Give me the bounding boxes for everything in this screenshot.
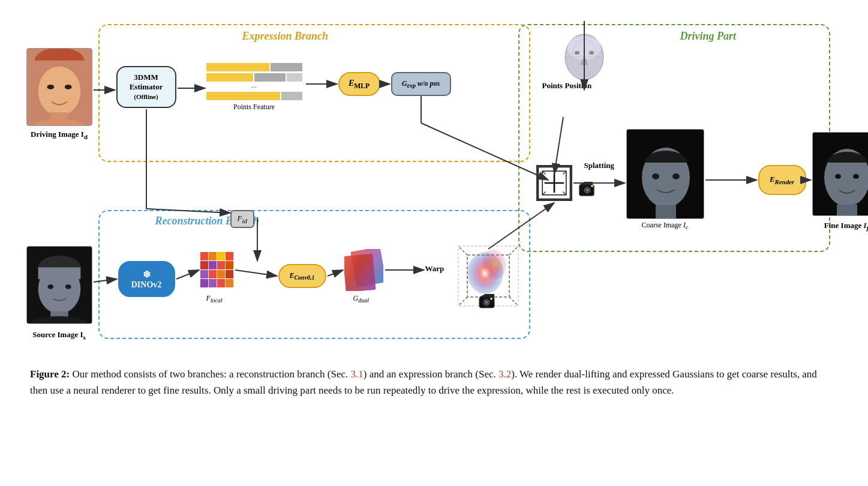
source-image-text: Source Image I — [32, 330, 83, 339]
svg-rect-23 — [200, 252, 208, 260]
coarse-image — [626, 129, 704, 219]
points-position-label: Points Position — [542, 81, 592, 91]
ref-3-1[interactable]: 3.1 — [351, 368, 364, 380]
svg-point-5 — [64, 85, 71, 89]
svg-rect-40 — [344, 254, 376, 291]
figure-caption: Figure 2: Our method consists of two bra… — [18, 366, 846, 398]
snowflake-icon: ❄ — [143, 269, 151, 280]
svg-rect-26 — [226, 252, 233, 260]
fine-image-label: Fine Image If — [812, 221, 869, 232]
svg-rect-35 — [200, 279, 208, 287]
svg-rect-24 — [209, 252, 217, 260]
source-image — [26, 246, 92, 324]
flocal-block — [200, 252, 233, 288]
svg-point-72 — [672, 173, 680, 179]
coarse-image-label: Coarse Image Ic — [626, 221, 704, 230]
svg-rect-11 — [38, 268, 80, 280]
feature-bar-1 — [206, 63, 302, 71]
caption-text-between: ) and an expression branch (Sec. — [364, 368, 498, 380]
emlp-label: EMLP — [349, 79, 370, 90]
feature-bar-dots: ··· — [206, 83, 302, 91]
emlp-node: EMLP — [338, 72, 380, 96]
svg-marker-50 — [479, 294, 494, 297]
splatting-label: Splatting — [584, 161, 615, 170]
svg-line-44 — [458, 297, 467, 306]
svg-point-66 — [591, 185, 593, 187]
gaussian-cube — [452, 240, 524, 312]
fine-image — [812, 132, 869, 216]
gdual-block — [344, 249, 383, 291]
svg-rect-38 — [226, 279, 233, 287]
gexp-node: Gexp w/o pos — [391, 72, 451, 96]
svg-rect-73 — [656, 205, 676, 219]
ref-3-2[interactable]: 3.2 — [498, 368, 511, 380]
svg-rect-25 — [217, 252, 225, 260]
feature-bar-2 — [206, 73, 302, 82]
figure-number: Figure 2: — [30, 368, 73, 380]
driving-image-text: Driving Image I — [31, 130, 84, 139]
driving-image — [26, 48, 92, 126]
svg-line-43 — [509, 246, 518, 255]
svg-point-79 — [853, 174, 859, 179]
3dmm-label: 3DMMEstimator(Offline) — [130, 73, 163, 101]
svg-point-53 — [490, 298, 492, 300]
feature-bar-3 — [206, 92, 302, 100]
main-container: Expression Branch Driving Part Reconstru… — [0, 0, 868, 410]
erender-label: ERender — [770, 175, 794, 185]
dinov2-node: ❄ DINOv2 — [118, 261, 175, 297]
splatting-camera-icon — [578, 180, 596, 200]
econv-label: EConv0,1 — [289, 271, 314, 281]
svg-rect-37 — [217, 279, 225, 287]
flocal-label: Flocal — [206, 294, 223, 304]
head-3d-icon — [560, 30, 608, 84]
gdual-label: Gdual — [353, 294, 369, 304]
dinov2-label: DINOv2 — [131, 280, 162, 290]
svg-point-78 — [835, 174, 841, 179]
driving-image-label: Driving Image Id — [23, 130, 95, 140]
driving-part-label: Driving Part — [680, 30, 737, 43]
source-sub: s — [83, 334, 86, 341]
diagram-area: Expression Branch Driving Part Reconstru… — [20, 12, 848, 360]
svg-point-3 — [38, 67, 80, 116]
erender-node: ERender — [758, 165, 806, 195]
caption-text-before-ref1: Our method consists of two branches: a r… — [73, 368, 351, 380]
svg-rect-31 — [200, 270, 208, 278]
points-feature-label: Points Feature — [206, 103, 302, 112]
svg-rect-70 — [645, 163, 687, 178]
svg-point-21 — [575, 51, 579, 55]
svg-rect-32 — [209, 270, 217, 278]
svg-rect-30 — [226, 261, 233, 269]
svg-point-71 — [652, 173, 659, 179]
points-feature-area: ··· Points Feature — [206, 63, 302, 112]
svg-rect-36 — [209, 279, 217, 287]
svg-rect-29 — [217, 261, 225, 269]
svg-rect-27 — [200, 261, 208, 269]
svg-line-42 — [458, 246, 467, 255]
svg-point-4 — [47, 85, 54, 89]
svg-rect-34 — [226, 270, 233, 278]
gexp-label: Gexp w/o pos — [402, 79, 440, 89]
econv-node: EConv0,1 — [278, 264, 326, 288]
svg-point-12 — [47, 284, 53, 289]
svg-rect-77 — [827, 163, 867, 178]
fid-box: Fid — [230, 210, 254, 228]
svg-point-65 — [586, 189, 588, 191]
svg-point-13 — [65, 284, 71, 289]
svg-rect-80 — [837, 205, 857, 216]
svg-point-22 — [589, 51, 594, 55]
source-image-label: Source Image Is — [23, 330, 95, 341]
merge-plus-node — [536, 165, 572, 201]
svg-line-45 — [509, 297, 518, 306]
driving-sub: d — [84, 133, 88, 140]
3dmm-estimator-node: 3DMMEstimator(Offline) — [116, 66, 176, 108]
svg-point-52 — [485, 301, 488, 304]
expression-branch-label: Expression Branch — [242, 30, 329, 43]
svg-rect-28 — [209, 261, 217, 269]
svg-rect-33 — [217, 270, 225, 278]
svg-marker-63 — [579, 182, 593, 185]
warp-label: Warp — [425, 264, 444, 274]
